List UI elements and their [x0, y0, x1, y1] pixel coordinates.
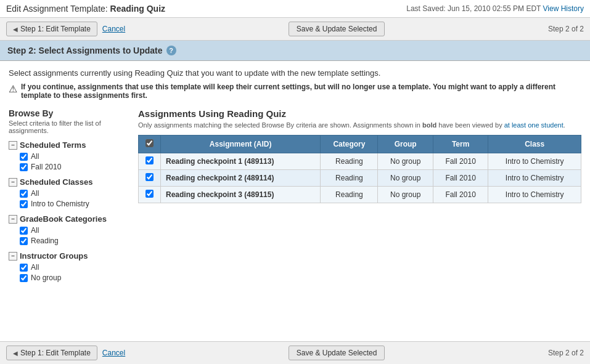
assignments-table: Assignment (AID) Category Group Term Cla…	[138, 135, 581, 203]
row2-term: Fall 2010	[433, 170, 488, 187]
row3-category: Reading	[321, 187, 378, 203]
save-update-button-top[interactable]: Save & Update Selected	[289, 22, 385, 36]
groups-nogroup-checkbox[interactable]	[20, 274, 28, 282]
browse-section-instructor-groups: – Instructor Groups All No group	[9, 251, 128, 282]
toolbar-right-top: Save & Update Selected	[289, 22, 385, 36]
browse-section-title-groups: – Instructor Groups	[9, 251, 128, 261]
bottom-toolbar-left: ◀ Step 1: Edit Template Cancel	[6, 346, 125, 360]
row1-group: No group	[378, 153, 433, 170]
row3-term: Fall 2010	[433, 187, 488, 203]
groups-all-checkbox[interactable]	[20, 264, 28, 272]
row1-checkbox-cell	[139, 153, 161, 170]
row2-assignment-name: Reading checkpoint 2 (489114)	[161, 170, 321, 187]
back-arrow-icon: ◀	[13, 26, 18, 33]
at-least-one-link[interactable]: at least one student	[504, 121, 563, 129]
col-header-class: Class	[488, 135, 581, 153]
warning-icon: ⚠	[9, 83, 17, 95]
gradebook-all-checkbox[interactable]	[20, 227, 28, 235]
browse-section-title-gradebook: – GradeBook Categories	[9, 214, 128, 224]
browse-item-gradebook-all[interactable]: All	[20, 226, 128, 235]
row2-category: Reading	[321, 170, 378, 187]
page-header: Edit Assignment Template: Reading Quiz L…	[0, 0, 590, 18]
step-indicator-top: Step 2 of 2	[548, 25, 584, 33]
browse-item-groups-nogroup[interactable]: No group	[20, 273, 128, 282]
table-row: Reading checkpoint 1 (489113) Reading No…	[139, 153, 581, 170]
back-to-step1-button[interactable]: ◀ Step 1: Edit Template	[6, 22, 97, 36]
page-title: Edit Assignment Template: Reading Quiz	[6, 4, 165, 14]
row2-class: Intro to Chemistry	[488, 170, 581, 187]
toolbar-left: ◀ Step 1: Edit Template Cancel	[6, 22, 125, 36]
row1-term: Fall 2010	[433, 153, 488, 170]
classes-all-checkbox[interactable]	[20, 190, 28, 198]
browse-item-gradebook-reading[interactable]: Reading	[20, 237, 128, 245]
select-all-checkbox[interactable]	[145, 139, 154, 147]
back-to-step1-button-bottom[interactable]: ◀ Step 1: Edit Template	[6, 346, 97, 360]
row2-checkbox[interactable]	[145, 173, 154, 181]
row1-assignment-name: Reading checkpoint 1 (489113)	[161, 153, 321, 170]
last-saved-info: Last Saved: Jun 15, 2010 02:55 PM EDT Vi…	[406, 4, 584, 13]
col-header-term: Term	[433, 135, 488, 153]
browse-section-scheduled-classes: – Scheduled Classes All Intro to Chemist…	[9, 177, 128, 208]
table-row: Reading checkpoint 3 (489115) Reading No…	[139, 187, 581, 203]
classes-intro-chem-checkbox[interactable]	[20, 200, 28, 208]
row2-checkbox-cell	[139, 170, 161, 187]
expand-icon-classes[interactable]: –	[9, 178, 17, 187]
browse-item-terms-fall2010[interactable]: Fall 2010	[20, 163, 128, 171]
warning-box: ⚠ If you continue, assignments that use …	[9, 83, 581, 100]
view-history-link[interactable]: View History	[543, 4, 584, 13]
browse-item-terms-all[interactable]: All	[20, 152, 128, 161]
row1-class: Intro to Chemistry	[488, 153, 581, 170]
expand-icon-groups[interactable]: –	[9, 252, 17, 261]
browse-item-classes-all[interactable]: All	[20, 189, 128, 198]
save-update-button-bottom[interactable]: Save & Update Selected	[289, 346, 385, 360]
browse-by-panel: Browse By Select criteria to filter the …	[9, 108, 138, 288]
bottom-save-area: Save & Update Selected	[289, 346, 385, 360]
row3-group: No group	[378, 187, 433, 203]
terms-all-checkbox[interactable]	[20, 153, 28, 161]
bottom-toolbar: ◀ Step 1: Edit Template Cancel Save & Up…	[0, 341, 590, 364]
row2-group: No group	[378, 170, 433, 187]
assignments-subtitle: Only assignments matching the selected B…	[138, 121, 581, 129]
row1-category: Reading	[321, 153, 378, 170]
select-all-header	[139, 135, 161, 153]
step-indicator-bottom: Step 2 of 2	[548, 349, 584, 357]
assignments-title: Assignments Using Reading Quiz	[138, 108, 581, 119]
col-header-assignment: Assignment (AID)	[161, 135, 321, 153]
back-arrow-icon-bottom: ◀	[13, 350, 18, 357]
row3-checkbox[interactable]	[145, 190, 154, 198]
step-header: Step 2: Select Assignments to Update ?	[0, 41, 590, 61]
row3-checkbox-cell	[139, 187, 161, 203]
content-area: Select assignments currently using Readi…	[0, 61, 590, 296]
row3-class: Intro to Chemistry	[488, 187, 581, 203]
browse-by-subtitle: Select criteria to filter the list of as…	[9, 119, 128, 134]
row3-assignment-name: Reading checkpoint 3 (489115)	[161, 187, 321, 203]
terms-fall2010-checkbox[interactable]	[20, 163, 28, 171]
browse-item-classes-intro-chem[interactable]: Intro to Chemistry	[20, 200, 128, 208]
row1-checkbox[interactable]	[145, 156, 154, 164]
cancel-button[interactable]: Cancel	[102, 22, 125, 36]
expand-icon-terms[interactable]: –	[9, 141, 17, 150]
browse-section-title-terms: – Scheduled Terms	[9, 140, 128, 150]
top-toolbar: ◀ Step 1: Edit Template Cancel Save & Up…	[0, 18, 590, 41]
expand-icon-gradebook[interactable]: –	[9, 215, 17, 224]
browse-section-scheduled-terms: – Scheduled Terms All Fall 2010	[9, 140, 128, 171]
help-icon[interactable]: ?	[166, 46, 176, 55]
table-row: Reading checkpoint 2 (489114) Reading No…	[139, 170, 581, 187]
warning-text: If you continue, assignments that use th…	[21, 83, 581, 100]
browse-item-groups-all[interactable]: All	[20, 263, 128, 272]
browse-section-title-classes: – Scheduled Classes	[9, 177, 128, 187]
browse-by-title: Browse By	[9, 108, 128, 118]
cancel-button-bottom[interactable]: Cancel	[102, 346, 125, 360]
main-layout: Browse By Select criteria to filter the …	[9, 108, 581, 288]
assignments-panel: Assignments Using Reading Quiz Only assi…	[138, 108, 581, 288]
gradebook-reading-checkbox[interactable]	[20, 237, 28, 245]
info-main-text: Select assignments currently using Readi…	[9, 68, 581, 78]
col-header-category: Category	[321, 135, 378, 153]
col-header-group: Group	[378, 135, 433, 153]
browse-section-gradebook-categories: – GradeBook Categories All Reading	[9, 214, 128, 245]
